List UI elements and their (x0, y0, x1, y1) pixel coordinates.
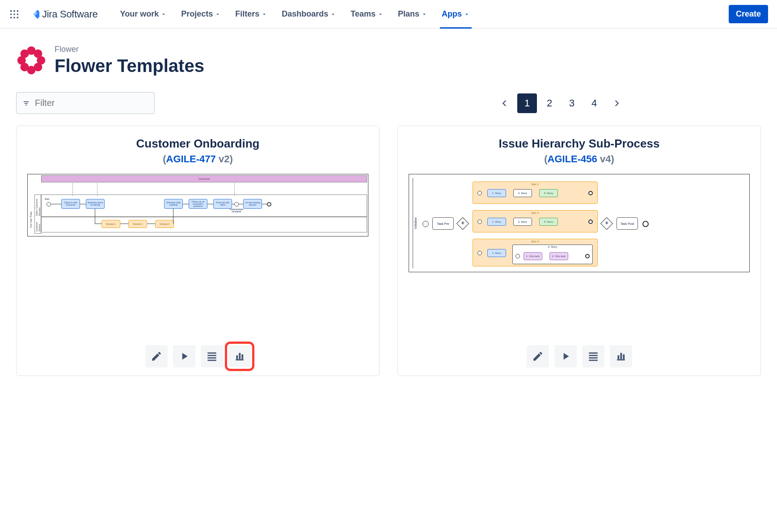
svg-point-17 (21, 63, 29, 71)
pencil-icon (532, 350, 544, 362)
lane-initiative: Initiative (413, 178, 418, 268)
bar-chart-icon (615, 350, 627, 362)
subtask-node: 2. Sub-task (549, 252, 568, 260)
nav-item-apps[interactable]: Apps (435, 5, 476, 23)
story-node: 3. Story (539, 218, 558, 226)
filter-input[interactable] (35, 98, 148, 108)
pencil-icon (151, 350, 162, 362)
svg-rect-35 (617, 359, 625, 361)
bpmn-diagram: Initiative Task Pre Epic 11. Story2. Sto… (409, 174, 750, 272)
list-button[interactable] (582, 345, 604, 367)
controls-row: 1234 (16, 92, 761, 114)
svg-rect-24 (207, 355, 216, 356)
svg-rect-22 (25, 105, 27, 106)
jira-logo-icon (27, 8, 39, 21)
chevron-down-icon (261, 11, 267, 17)
story-node: 1. Story (487, 249, 506, 257)
play-icon (178, 350, 190, 362)
svg-point-4 (13, 13, 15, 15)
svg-rect-23 (207, 352, 216, 354)
svg-rect-36 (617, 355, 619, 359)
page-header: Flower Flower Templates (16, 45, 761, 76)
issue-key-link[interactable]: AGILE-477 (166, 153, 216, 165)
nav-item-projects[interactable]: Projects (175, 5, 227, 23)
outer-lane-label: Post Sale Phase (30, 201, 32, 228)
page-1[interactable]: 1 (517, 93, 537, 113)
nav-item-filters[interactable]: Filters (229, 5, 274, 23)
svg-point-0 (10, 10, 12, 12)
epic-box: Epic 31. Story2. Story1. Sub-task2. Sub-… (473, 239, 598, 266)
svg-rect-32 (589, 355, 598, 356)
template-title: Issue Hierarchy Sub-Process (409, 137, 750, 151)
svg-rect-27 (236, 359, 243, 361)
template-subtitle: (AGILE-477 v2) (27, 153, 368, 165)
filter-box[interactable] (16, 92, 155, 114)
epic-box: Epic 21. Story2. Story3. Story (473, 210, 598, 232)
story-node: 3. Story (539, 189, 558, 197)
template-version: v4 (600, 153, 611, 165)
page-next[interactable] (607, 93, 626, 113)
edit-button[interactable] (145, 345, 168, 367)
story-node: 2. Story (513, 218, 532, 226)
template-card: Issue Hierarchy Sub-Process (AGILE-456 v… (397, 126, 761, 376)
svg-rect-21 (25, 103, 28, 104)
template-card: Customer Onboarding (AGILE-477 v2) Custo… (16, 126, 380, 376)
run-button[interactable] (173, 345, 195, 367)
nav-items: Your workProjectsFiltersDashboardsTeamsP… (114, 5, 476, 23)
svg-point-19 (27, 56, 36, 65)
svg-point-15 (21, 50, 29, 58)
list-button[interactable] (201, 345, 223, 367)
chevron-down-icon (160, 11, 167, 17)
page-4[interactable]: 4 (584, 93, 604, 113)
pool-customer: Customer (41, 175, 367, 182)
app-switcher-icon[interactable] (9, 9, 20, 20)
top-navigation: Jira Software Your workProjectsFiltersDa… (0, 0, 777, 29)
pagination: 1234 (495, 93, 626, 113)
page-title: Flower Templates (55, 56, 204, 76)
svg-point-8 (17, 17, 19, 18)
svg-rect-25 (207, 357, 216, 359)
page-prev[interactable] (495, 93, 515, 113)
bpmn-diagram: Customer Post Sale Phase Sales / Custome… (27, 174, 368, 236)
issue-key-link[interactable]: AGILE-456 (548, 153, 597, 165)
svg-point-1 (13, 10, 15, 12)
breadcrumb[interactable]: Flower (55, 45, 204, 54)
create-button[interactable]: Create (729, 5, 768, 23)
edit-button[interactable] (527, 345, 549, 367)
card-actions (27, 336, 368, 367)
product-logo[interactable]: Jira Software (27, 8, 97, 21)
epic-box: Epic 11. Story2. Story3. Story (473, 182, 598, 204)
nav-item-teams[interactable]: Teams (344, 5, 390, 23)
svg-rect-38 (623, 355, 625, 359)
story-node: 2. Story (513, 189, 532, 197)
page-3[interactable]: 3 (562, 93, 582, 113)
chevron-down-icon (330, 11, 336, 17)
run-button[interactable] (554, 345, 577, 367)
subtask-node: 1. Sub-task (524, 252, 542, 260)
svg-point-2 (17, 10, 19, 12)
svg-point-6 (10, 17, 12, 18)
nav-item-dashboards[interactable]: Dashboards (275, 5, 342, 23)
svg-point-16 (34, 50, 42, 58)
chart-button[interactable] (228, 345, 251, 367)
chevron-down-icon (421, 11, 427, 17)
svg-rect-20 (24, 101, 29, 102)
lane1-label: Sales / Customer Success (35, 196, 41, 216)
svg-rect-28 (236, 355, 238, 359)
svg-point-7 (13, 17, 15, 18)
svg-point-18 (34, 63, 42, 71)
svg-rect-31 (589, 352, 598, 354)
highlighted-action (225, 342, 254, 371)
chart-button[interactable] (610, 345, 632, 367)
lane2-label: Customer Service (35, 218, 41, 232)
template-subtitle: (AGILE-456 v4) (409, 153, 750, 165)
product-name: Jira Software (42, 8, 97, 20)
svg-rect-26 (207, 360, 216, 361)
nav-item-plans[interactable]: Plans (392, 5, 434, 23)
flower-project-icon (16, 45, 46, 76)
svg-rect-30 (241, 355, 243, 359)
page-2[interactable]: 2 (540, 93, 559, 113)
chevron-left-icon (501, 99, 509, 107)
card-actions (409, 336, 750, 367)
nav-item-your-work[interactable]: Your work (114, 5, 173, 23)
